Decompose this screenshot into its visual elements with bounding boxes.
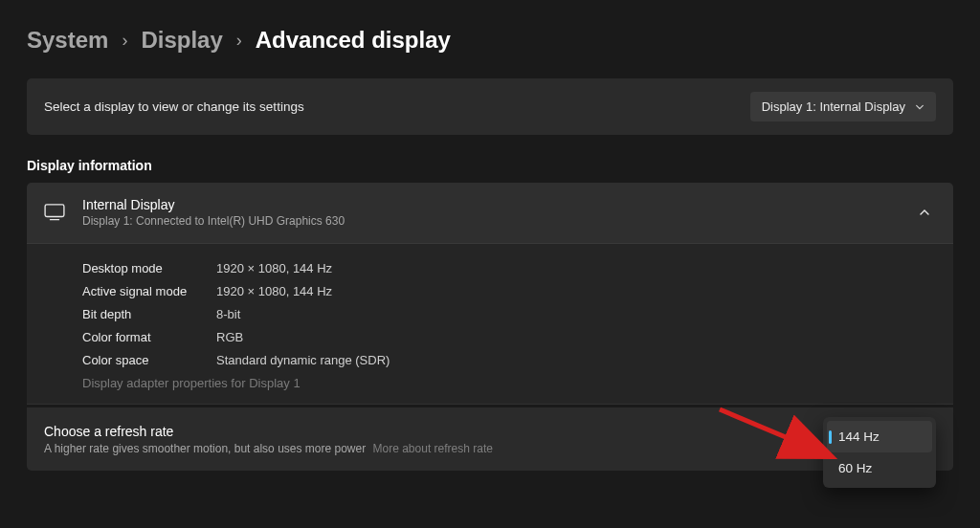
info-row: Color spaceStandard dynamic range (SDR) xyxy=(82,349,936,372)
refresh-rate-card: Choose a refresh rate A higher rate give… xyxy=(27,407,953,471)
info-row: Bit depth8-bit xyxy=(82,303,936,326)
svg-line-2 xyxy=(720,409,829,455)
breadcrumb-system[interactable]: System xyxy=(27,27,108,54)
display-info-title: Internal Display xyxy=(82,196,919,213)
section-title-display-information: Display information xyxy=(27,158,953,173)
info-key: Color format xyxy=(82,326,216,349)
display-info-body: Desktop mode1920 × 1080, 144 Hz Active s… xyxy=(27,244,953,405)
breadcrumb: System › Display › Advanced display xyxy=(27,27,953,54)
display-adapter-properties-link[interactable]: Display adapter properties for Display 1 xyxy=(82,376,936,390)
refresh-rate-title: Choose a refresh rate xyxy=(44,423,493,442)
info-value: RGB xyxy=(216,326,243,349)
refresh-rate-description: A higher rate gives smoother motion, but… xyxy=(44,442,493,455)
select-display-card: Select a display to view or change its s… xyxy=(27,78,953,135)
info-key: Desktop mode xyxy=(82,257,216,280)
display-selector-value: Display 1: Internal Display xyxy=(762,99,905,114)
more-about-refresh-rate-link[interactable]: More about refresh rate xyxy=(373,442,493,455)
display-selector-dropdown[interactable]: Display 1: Internal Display xyxy=(750,92,936,121)
chevron-right-icon: › xyxy=(122,31,127,51)
refresh-rate-option-60[interactable]: 60 Hz xyxy=(827,452,932,484)
info-row: Desktop mode1920 × 1080, 144 Hz xyxy=(82,257,936,280)
display-information-card: Internal Display Display 1: Connected to… xyxy=(27,183,953,405)
chevron-down-icon xyxy=(915,102,924,112)
info-key: Active signal mode xyxy=(82,280,216,303)
info-value: 1920 × 1080, 144 Hz xyxy=(216,257,332,280)
display-info-header[interactable]: Internal Display Display 1: Connected to… xyxy=(27,183,953,244)
chevron-right-icon: › xyxy=(236,31,242,51)
breadcrumb-display[interactable]: Display xyxy=(141,27,222,54)
info-value: 8-bit xyxy=(216,303,240,326)
refresh-rate-desc-text: A higher rate gives smoother motion, but… xyxy=(44,442,366,455)
page-title: Advanced display xyxy=(256,27,451,54)
display-info-subtitle: Display 1: Connected to Intel(R) UHD Gra… xyxy=(82,213,919,230)
refresh-rate-option-144[interactable]: 144 Hz xyxy=(827,421,932,452)
refresh-rate-dropdown-popup: 144 Hz 60 Hz xyxy=(823,417,936,488)
info-value: Standard dynamic range (SDR) xyxy=(216,349,390,372)
info-key: Bit depth xyxy=(82,303,216,326)
select-display-label: Select a display to view or change its s… xyxy=(44,99,304,114)
info-row: Active signal mode1920 × 1080, 144 Hz xyxy=(82,280,936,303)
info-row: Color formatRGB xyxy=(82,326,936,349)
svg-rect-0 xyxy=(45,205,64,217)
info-value: 1920 × 1080, 144 Hz xyxy=(216,280,332,303)
info-key: Color space xyxy=(82,349,216,372)
chevron-up-icon xyxy=(919,207,930,218)
monitor-icon xyxy=(44,204,65,221)
